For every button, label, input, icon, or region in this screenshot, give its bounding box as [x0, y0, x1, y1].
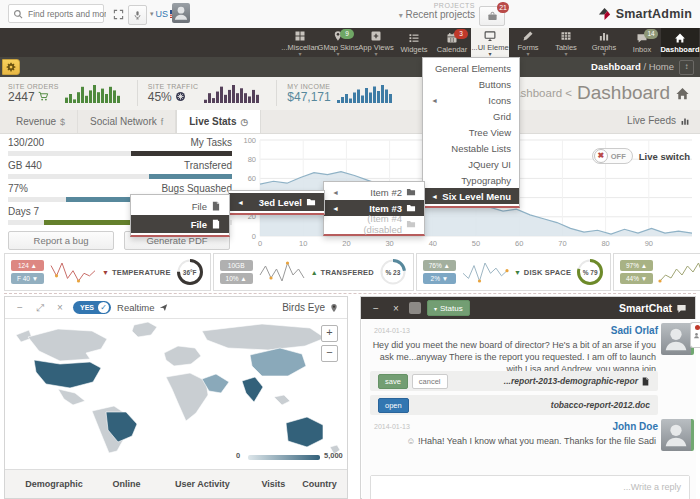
nav-item-graphs[interactable]: Graphs▾: [585, 28, 623, 57]
attachment-filename[interactable]: tobacco-report-2012.doc: [551, 400, 650, 410]
breadcrumb-item-dashboard[interactable]: Dashboard: [591, 61, 641, 72]
tab-social-network[interactable]: Social Networkf: [78, 110, 176, 133]
map-region-canada[interactable]: [28, 329, 107, 361]
menu-item-file-2[interactable]: File: [131, 215, 229, 233]
menu-item-buttons[interactable]: Buttons: [423, 76, 519, 92]
search-input[interactable]: [26, 8, 108, 20]
nav-item-ui-elements[interactable]: ...UI Eleme▾: [471, 28, 509, 57]
tab-revenue[interactable]: Revenue$: [4, 110, 78, 133]
breadcrumb-bar: Dashboard / Home ↕: [0, 57, 700, 77]
microphone-icon: [133, 10, 142, 20]
collapse-button[interactable]: −: [13, 301, 27, 315]
projects-dropdown[interactable]: PROJECTS ▾ Recent projects: [399, 2, 475, 20]
stat-value: 45%: [148, 90, 172, 104]
nav-item-dashboard[interactable]: Dashboard: [661, 28, 699, 57]
nav-item-app-views[interactable]: App Views▾: [357, 28, 395, 57]
map-zoom-in-button[interactable]: +: [321, 325, 338, 342]
chat-users-tab[interactable]: [690, 322, 700, 348]
ribbon-toggle-button[interactable]: ↕: [679, 60, 694, 75]
map-region-india[interactable]: [242, 377, 263, 402]
attachment-filename[interactable]: ...report-2013-demographic-repor: [504, 376, 650, 386]
nav-item-inbox[interactable]: Inbox14: [623, 28, 661, 57]
search-box[interactable]: [8, 4, 104, 23]
menu-item-jquery-ui[interactable]: JQuery UI: [423, 156, 519, 172]
collapse-button[interactable]: −: [369, 301, 383, 315]
close-button[interactable]: ×: [389, 301, 403, 315]
fullscreen-button[interactable]: [109, 5, 127, 23]
message-date: 2014-01-13: [374, 327, 410, 334]
svg-text:30: 30: [385, 239, 393, 248]
status-dropdown-button[interactable]: ▾Status: [427, 300, 470, 316]
map-zoom-out-button[interactable]: −: [321, 345, 338, 362]
menu-item-3ed-level[interactable]: ◄3ed Level: [229, 193, 324, 211]
column-user-activity[interactable]: User Activity: [156, 479, 248, 489]
menu-item-typography[interactable]: Typography: [423, 172, 519, 188]
reply-input[interactable]: [371, 476, 689, 499]
nav-item-forms[interactable]: Forms▾: [509, 28, 547, 57]
close-button[interactable]: ×: [53, 301, 67, 315]
nav-item-tables[interactable]: Tables▾: [547, 28, 585, 57]
map-region-southeast-asia[interactable]: [274, 395, 290, 405]
menu-item-tree-view[interactable]: Tree View: [423, 124, 519, 140]
bar-chart-icon: [680, 116, 690, 126]
column-demographic[interactable]: Demographic: [11, 479, 97, 489]
nav-item-widgets[interactable]: Widgets: [395, 28, 433, 57]
save-button[interactable]: save: [378, 374, 408, 389]
chevron-down-icon: ▾: [150, 10, 154, 18]
menu-item-grid[interactable]: Grid: [423, 108, 519, 124]
expand-button[interactable]: ⤢: [33, 301, 47, 315]
map-region-alaska[interactable]: [16, 330, 32, 342]
column-visits[interactable]: Visits: [249, 479, 299, 489]
message-author[interactable]: John Doe: [522, 421, 658, 432]
stat-label: SITE ORDERS: [8, 83, 59, 90]
map-region-greenland[interactable]: [132, 322, 157, 337]
cancel-button[interactable]: cancel: [412, 374, 448, 389]
layout-settings-button[interactable]: [2, 59, 20, 75]
map-region-russia[interactable]: [202, 324, 325, 350]
report-bug-button[interactable]: Report a bug: [8, 231, 114, 250]
menu-item-2[interactable]: ◄Item #2: [324, 184, 424, 200]
realtime-toggle[interactable]: YES ✓: [73, 301, 111, 314]
svg-text:20: 20: [342, 239, 350, 248]
tile-label: TEMPERATURE: [112, 268, 171, 277]
tab-live-stats[interactable]: Live Stats◷: [176, 110, 261, 133]
menu-item-nestable-lists[interactable]: Nestable Lists: [423, 140, 519, 156]
tile-badge-top: 76% ▲: [423, 260, 456, 271]
tile-label: TRANSFERED: [321, 268, 374, 277]
open-button[interactable]: open: [378, 398, 409, 413]
fullscreen-icon: [113, 9, 124, 20]
projects-button[interactable]: 21: [479, 6, 505, 26]
nav-item-miscellaneous[interactable]: ...Miscellan▾: [281, 28, 319, 57]
menu-item-icons[interactable]: ◄Icons: [423, 92, 519, 108]
message-author[interactable]: Sadi Orlaf: [522, 325, 658, 336]
map-region-mexico[interactable]: [58, 389, 85, 405]
column-country[interactable]: Country: [298, 479, 341, 489]
nav-item-calendar[interactable]: Calendar3: [433, 28, 471, 57]
submenu-left-arrow-icon: ◄: [237, 199, 244, 206]
menu-item-file-1[interactable]: File: [131, 197, 229, 215]
temperature-sparkline: [49, 260, 97, 284]
birds-eye-panel: − ⤢ × YES ✓ Realtime Birds Eye: [4, 296, 348, 499]
map-region-africa[interactable]: [166, 373, 208, 421]
column-online[interactable]: Online: [97, 479, 156, 489]
map-region-australia[interactable]: [286, 417, 323, 447]
nav-item-gmap-skins[interactable]: GMap Skins▾9: [319, 28, 357, 57]
map-region-europe[interactable]: [164, 346, 201, 366]
gauge-value: 36°F: [176, 258, 204, 286]
user-avatar[interactable]: [172, 3, 190, 23]
map-region-china[interactable]: [250, 348, 306, 376]
john-doe-avatar[interactable]: [661, 419, 694, 451]
top-bar: ▾ US PROJECTS ▾ Recent projects 21 Smart…: [0, 0, 700, 29]
breadcrumb-item-home[interactable]: Home: [649, 61, 674, 72]
voice-command-button[interactable]: [128, 5, 147, 25]
menu-item-general-elements[interactable]: General Elements: [423, 60, 519, 76]
chat-options-button[interactable]: [409, 302, 421, 314]
menu-item-six-level-menu[interactable]: ◄Six Level Menu: [423, 188, 519, 204]
table-icon: [560, 30, 572, 42]
live-switch-toggle[interactable]: ✖ OFF: [592, 148, 633, 164]
map-region-usa[interactable]: [34, 360, 101, 388]
live-feeds-header[interactable]: Live Feeds: [627, 115, 690, 126]
chevron-down-icon: ▾: [602, 53, 605, 56]
tile-badge-top: 124 ▲: [11, 260, 44, 271]
progress-value: GB 440: [8, 160, 42, 171]
